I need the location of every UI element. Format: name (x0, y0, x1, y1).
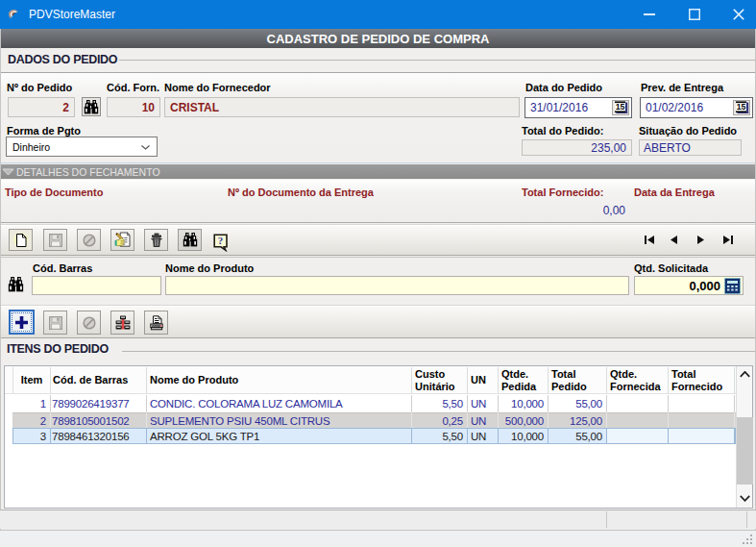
svg-text:15: 15 (736, 102, 745, 112)
svg-text:?: ? (218, 235, 224, 246)
svg-text:15: 15 (615, 102, 624, 112)
